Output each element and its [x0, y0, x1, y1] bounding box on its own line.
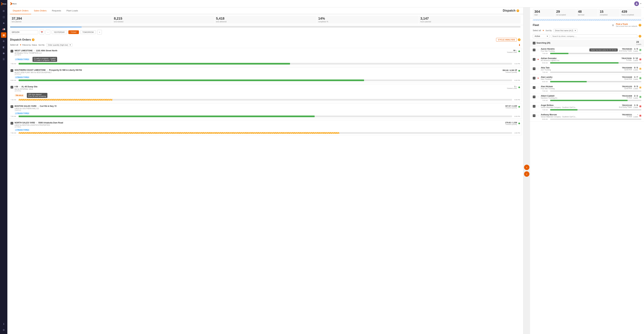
user-avatar[interactable] [634, 1, 639, 6]
date-input[interactable] [10, 30, 38, 34]
sort-select[interactable]: Order quantity (high-low) [46, 43, 72, 47]
driver-loads-label: Loads [634, 78, 638, 80]
driver-list: + ♡ Aaron Hendrix Four Star Trucking Hau… [530, 47, 644, 334]
tab-dispatch-orders[interactable]: Dispatch Orders [10, 7, 31, 14]
calendar-button[interactable]: 📅 [40, 30, 44, 35]
fleet-header-right: ⊞ Find a Truck Get a truck from our netw… [612, 23, 642, 27]
driver-trux-group: TRUX44428 Quad Axle [622, 76, 632, 80]
grid-view-icon[interactable]: ⊞ [612, 24, 614, 27]
driver-trux-group: TRUX31142 End Dump Trailer [619, 104, 632, 108]
filter-text: Filtered by: Status [22, 44, 37, 46]
sidebar-icon-location[interactable]: ◉ [1, 51, 6, 56]
sidebar-logo-area: TRUX [0, 1, 7, 8]
driver-info: Anthony Morrow Vulcan Materials Company … [541, 114, 620, 118]
driver-expand-button[interactable]: + [533, 86, 536, 89]
driver-name: Anthony Morrow [541, 114, 620, 116]
driver-favorite-button[interactable]: ♥ [537, 77, 540, 80]
driver-expand-button[interactable]: + [533, 67, 536, 70]
driver-vehicle-type: Quad Axle [622, 88, 632, 89]
driver-expand-button[interactable]: + [533, 49, 536, 51]
driver-company: Hero Trucking [541, 78, 620, 80]
order-expand-button[interactable]: + [10, 86, 13, 89]
driver-expand-button[interactable]: + [533, 114, 536, 117]
yesterday-button[interactable]: YESTERDAY [52, 30, 67, 34]
driver-loads-info: 1 / 7 Loads [634, 76, 638, 80]
order-expand-button[interactable]: + [10, 105, 13, 108]
sidebar-icon-dashboard[interactable]: ◧ [1, 45, 6, 50]
search-info-icon[interactable]: ? [639, 35, 641, 38]
driver-expand-button[interactable]: + [533, 58, 536, 61]
select-all-label[interactable]: Select all [10, 44, 18, 46]
sidebar-icon-tag[interactable]: ◈ [1, 20, 6, 26]
tab-sales-orders[interactable]: Sales Orders [31, 7, 49, 14]
driver-favorite-button[interactable]: ♡ [537, 67, 540, 70]
orders-list: + WEST LIMESTONE → 1101 40th Street Nort… [7, 48, 523, 334]
dispatch-info-icon[interactable]: ? [516, 10, 519, 12]
driver-favorite-button[interactable]: ♥ [537, 58, 540, 61]
section-title-group: Dispatch Orders ? [10, 38, 34, 41]
expand-left-button[interactable]: ‹ [524, 171, 530, 177]
sidebar-icon-truck[interactable]: 🚛 [1, 26, 6, 32]
order-stats: 279.82 / 1,338 Ticketed Quantity [505, 122, 517, 125]
fleet-select-all[interactable]: Select all [533, 29, 541, 32]
status-filter-select[interactable]: Active [533, 34, 550, 38]
driver-name: Alan Landry [541, 76, 620, 78]
driver-favorite-button[interactable]: ♡ [537, 114, 540, 117]
fleet-filter-button[interactable]: ▼ [542, 29, 544, 32]
order-stats: 950.46 / 4,300 ☑ Ticketed Quantity [502, 69, 517, 73]
truck-types: 3 TRUCK TYPES [9, 76, 522, 79]
stat-total-label: total [534, 14, 552, 16]
sidebar-icon-reports[interactable]: ☰ [1, 57, 6, 62]
sidebar-icon-package[interactable]: ◫ [1, 14, 6, 20]
sidebar-icon-info[interactable]: ℹ [1, 321, 6, 327]
cycle-analysis-button[interactable]: CYCLE ANALYSIS [496, 38, 517, 42]
tab-plant-loads[interactable]: Plant Loads [64, 7, 81, 14]
driver-favorite-button[interactable]: ♡ [537, 49, 540, 51]
fleet-info-icon[interactable]: ? [639, 24, 641, 27]
sidebar-icon-home[interactable]: ⊞ [1, 8, 6, 14]
driver-favorite-button[interactable]: ♡ [537, 96, 540, 98]
driver-expand-button[interactable]: + [533, 96, 536, 98]
sidebar-icon-map[interactable]: ⊕ [1, 38, 6, 44]
stat-completion-pct: 14% completion % [316, 16, 418, 24]
driver-company: Vulcan Materials Company - Southern Gulf… [541, 116, 620, 118]
driver-search-input[interactable] [551, 34, 637, 38]
sidebar-icon-dispatch[interactable]: ▦ [1, 32, 6, 38]
dispatch-orders-info-icon[interactable]: ? [32, 38, 34, 41]
find-truck-link[interactable]: Find a Truck [616, 23, 638, 25]
driver-favorite-button[interactable]: ♡ [537, 86, 540, 89]
order-expand-button[interactable]: + [10, 122, 13, 125]
driver-favorite-button[interactable]: ♡ [537, 105, 540, 108]
driver-info: Alan Hickam Four Star Trucking [541, 85, 620, 90]
tomorrow-button[interactable]: TOMORROW [80, 30, 96, 34]
fleet-sort-select[interactable]: Driver first name (A-Z) [554, 29, 578, 32]
stat-hours-completed-value: 439 [622, 10, 640, 14]
today-button[interactable]: TODAY [68, 30, 79, 34]
driver-timeline-row: 7:30 AM [542, 109, 641, 111]
filter-button[interactable]: ▼ Filtered by: Status [20, 44, 37, 46]
driver-trux-group: TRUX70339 Tri Axle [622, 57, 632, 61]
driver-name: Akia Tate [541, 67, 620, 69]
searching-expand-button[interactable]: + [533, 42, 536, 45]
left-progress-container [7, 25, 523, 28]
expand-right-button[interactable]: › [524, 165, 530, 170]
order-to: Prosperity Dr NW & Liberty Hill Rd [49, 69, 82, 71]
order-expand-button[interactable]: + [10, 50, 13, 53]
driver-timeline: 7:30 AM [542, 109, 641, 111]
fleet-toolbar: Select all ▼ Sort By: Driver first name … [530, 28, 644, 34]
cycle-info-icon[interactable]: ? [518, 38, 520, 41]
download-button[interactable]: ⬇ [518, 44, 520, 47]
find-truck-group: Find a Truck Get a truck from our networ… [616, 23, 642, 27]
user-dropdown-arrow[interactable]: ▾ [640, 3, 641, 5]
sidebar-icon-settings[interactable]: ⚙ [1, 327, 6, 333]
driver-info: Angel Britton Vulcan Materials Company -… [541, 104, 618, 108]
driver-expand-button[interactable]: + [533, 77, 536, 80]
driver-expand-button[interactable]: + [533, 105, 536, 108]
date-minus-button[interactable]: − [46, 30, 50, 35]
order-expand-button[interactable]: + [10, 69, 13, 72]
date-plus-button[interactable]: + [97, 30, 102, 35]
order-from: SOUTHERN COAST LIMESTONE [14, 69, 46, 71]
tooltip2-line1: 19% time elapsed [28, 94, 46, 95]
tab-requests[interactable]: Requests [49, 7, 64, 14]
sort-by-label: Sort By: [38, 44, 45, 46]
